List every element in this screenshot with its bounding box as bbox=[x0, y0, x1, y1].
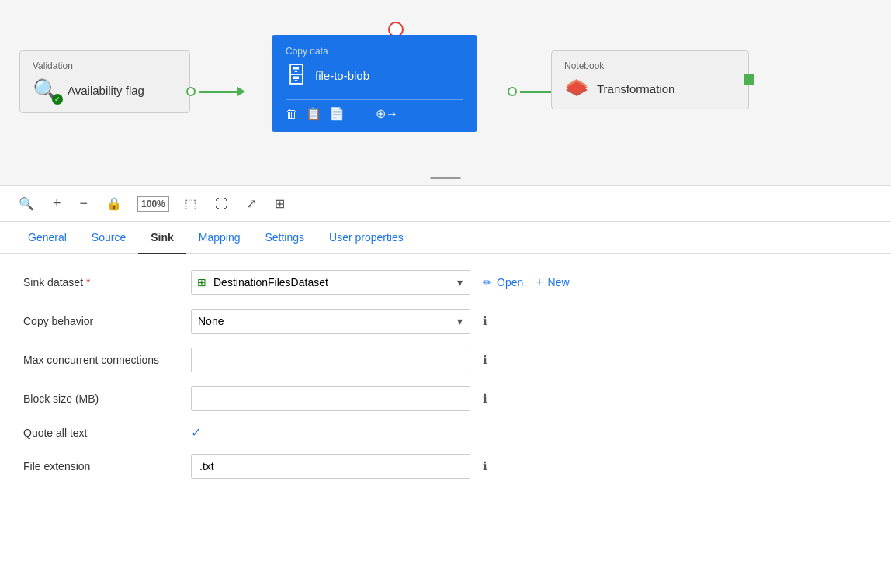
tab-settings[interactable]: Settings bbox=[252, 222, 317, 254]
tab-sink[interactable]: Sink bbox=[138, 222, 186, 254]
copy-data-node-name: file-to-blob bbox=[315, 69, 369, 82]
copy-behavior-select-wrap: None PreserveHierarchy FlattenHierarchy … bbox=[191, 309, 470, 334]
quote-all-text-label: Quote all text bbox=[23, 427, 179, 439]
navigate-icon[interactable]: ⊕→ bbox=[376, 106, 398, 121]
layout-toolbar-btn[interactable]: ⊞ bbox=[272, 193, 288, 214]
file-extension-label: File extension bbox=[23, 460, 179, 472]
select-toolbar-btn[interactable]: ⬚ bbox=[182, 193, 199, 214]
check-badge-icon: ✓ bbox=[52, 94, 63, 105]
sink-dataset-row: Sink dataset* ⊞ DestinationFilesDataset … bbox=[23, 270, 868, 295]
max-concurrent-label: Max concurrent connections bbox=[23, 354, 179, 366]
required-star: * bbox=[86, 276, 90, 289]
file-extension-input[interactable] bbox=[191, 454, 470, 479]
notebook-node-name: Transformation bbox=[597, 82, 674, 95]
max-concurrent-row: Max concurrent connections ℹ bbox=[23, 348, 868, 372]
zoom-fit-toolbar-btn[interactable]: ⤢ bbox=[243, 193, 259, 214]
block-size-input[interactable] bbox=[191, 386, 470, 411]
database-icon: 🗄 bbox=[286, 63, 307, 88]
delete-icon[interactable]: 🗑 bbox=[286, 107, 298, 121]
copy-behavior-info-icon[interactable]: ℹ bbox=[483, 314, 487, 328]
copy-behavior-row: Copy behavior None PreserveHierarchy Fla… bbox=[23, 309, 868, 334]
tab-user-properties[interactable]: User properties bbox=[317, 222, 416, 254]
search-toolbar-btn[interactable]: 🔍 bbox=[16, 193, 37, 214]
fit-toolbar-btn[interactable]: 100% bbox=[137, 196, 169, 212]
cursor-toolbar-btn[interactable]: ⛶ bbox=[212, 194, 231, 214]
open-button[interactable]: ✏ Open bbox=[483, 276, 523, 289]
validation-node[interactable]: Validation 🔍 ✓ Availability flag bbox=[19, 50, 190, 113]
arrow-connector-1 bbox=[186, 87, 245, 96]
sink-dataset-select[interactable]: DestinationFilesDataset bbox=[191, 270, 470, 295]
magnifier-icon: 🔍 ✓ bbox=[33, 78, 60, 103]
notebook-icon bbox=[564, 78, 589, 99]
tab-source[interactable]: Source bbox=[79, 222, 138, 254]
max-concurrent-input[interactable] bbox=[191, 348, 470, 372]
node-right-connector bbox=[744, 74, 754, 85]
new-button[interactable]: + New bbox=[536, 275, 569, 289]
block-size-info-icon[interactable]: ℹ bbox=[483, 392, 487, 406]
property-tabs: General Source Sink Mapping Settings Use… bbox=[0, 222, 891, 254]
copy-behavior-select[interactable]: None PreserveHierarchy FlattenHierarchy … bbox=[191, 309, 470, 334]
canvas-toolbar: 🔍 + − 🔒 100% ⬚ ⛶ ⤢ ⊞ bbox=[0, 186, 891, 222]
max-concurrent-info-icon[interactable]: ℹ bbox=[483, 353, 487, 367]
copy-icon[interactable]: 📄 bbox=[329, 106, 345, 121]
copy-data-node[interactable]: Copy data 🗄 file-to-blob 🗑 📋 📄 ⊕→ bbox=[272, 35, 477, 132]
svg-marker-2 bbox=[566, 81, 588, 94]
info-action-icon[interactable]: 📋 bbox=[306, 106, 321, 121]
pipeline-canvas: Validation 🔍 ✓ Availability flag Copy da… bbox=[0, 0, 891, 186]
divider-handle[interactable] bbox=[430, 177, 461, 179]
notebook-node-label: Notebook bbox=[564, 61, 736, 71]
notebook-node[interactable]: Notebook Transformation bbox=[551, 50, 749, 109]
file-extension-info-icon[interactable]: ℹ bbox=[483, 459, 487, 473]
sink-dataset-label: Sink dataset* bbox=[23, 276, 179, 289]
quote-all-text-checkbox[interactable]: ✓ bbox=[191, 425, 201, 440]
sink-dataset-select-wrap: ⊞ DestinationFilesDataset ▾ bbox=[191, 270, 470, 295]
add-toolbar-btn[interactable]: + bbox=[50, 192, 64, 215]
node-action-toolbar: 🗑 📋 📄 ⊕→ bbox=[286, 99, 463, 121]
file-extension-row: File extension ℹ bbox=[23, 454, 868, 479]
block-size-label: Block size (MB) bbox=[23, 393, 179, 405]
validation-node-label: Validation bbox=[33, 61, 177, 71]
sink-form: Sink dataset* ⊞ DestinationFilesDataset … bbox=[0, 254, 891, 508]
quote-all-text-row: Quote all text ✓ bbox=[23, 425, 868, 440]
validation-node-name: Availability flag bbox=[68, 84, 144, 97]
copy-data-node-label: Copy data bbox=[286, 46, 463, 57]
dataset-icon: ⊞ bbox=[197, 276, 206, 289]
copy-behavior-label: Copy behavior bbox=[23, 315, 179, 327]
lock-toolbar-btn[interactable]: 🔒 bbox=[103, 193, 125, 214]
tab-general[interactable]: General bbox=[16, 222, 79, 254]
plus-icon: + bbox=[536, 275, 543, 289]
pencil-icon: ✏ bbox=[483, 276, 492, 289]
tab-mapping[interactable]: Mapping bbox=[186, 222, 253, 254]
block-size-row: Block size (MB) ℹ bbox=[23, 386, 868, 411]
minus-toolbar-btn[interactable]: − bbox=[77, 192, 92, 215]
